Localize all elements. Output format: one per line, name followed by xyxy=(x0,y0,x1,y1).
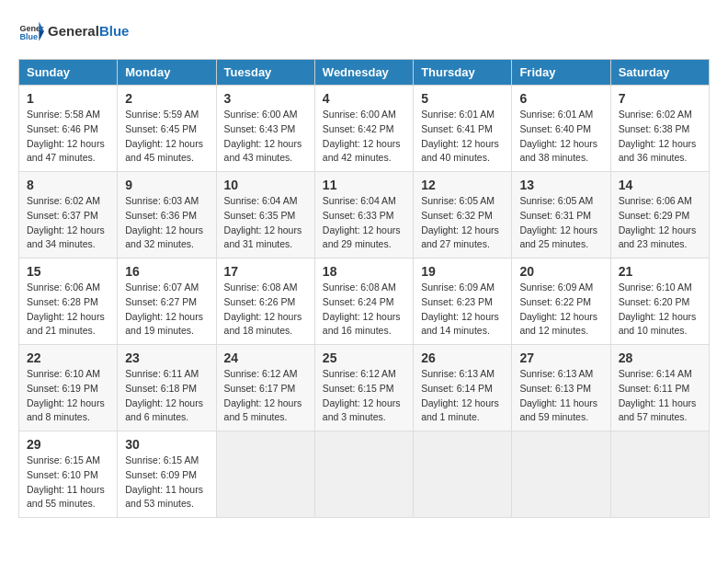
day-number: 5 xyxy=(421,91,504,106)
calendar-cell: 4 Sunrise: 6:00 AM Sunset: 6:42 PM Dayli… xyxy=(314,86,413,172)
day-number: 11 xyxy=(323,178,405,192)
day-number: 9 xyxy=(125,178,208,192)
day-number: 7 xyxy=(619,91,701,106)
col-header-tuesday: Tuesday xyxy=(216,60,314,86)
calendar-header-row: SundayMondayTuesdayWednesdayThursdayFrid… xyxy=(19,60,710,86)
calendar-cell: 6 Sunrise: 6:01 AM Sunset: 6:40 PM Dayli… xyxy=(512,86,610,172)
day-number: 13 xyxy=(519,178,602,192)
day-number: 21 xyxy=(619,264,701,279)
day-info: Sunrise: 6:00 AM Sunset: 6:42 PM Dayligh… xyxy=(323,108,405,166)
day-info: Sunrise: 6:00 AM Sunset: 6:43 PM Dayligh… xyxy=(224,108,307,166)
calendar-table: SundayMondayTuesdayWednesdayThursdayFrid… xyxy=(18,59,710,518)
calendar-cell: 17 Sunrise: 6:08 AM Sunset: 6:26 PM Dayl… xyxy=(216,259,314,345)
day-info: Sunrise: 6:09 AM Sunset: 6:23 PM Dayligh… xyxy=(421,281,504,339)
day-info: Sunrise: 6:15 AM Sunset: 6:09 PM Dayligh… xyxy=(125,454,208,511)
logo: General Blue GeneralBlue xyxy=(18,18,129,44)
day-info: Sunrise: 6:13 AM Sunset: 6:13 PM Dayligh… xyxy=(519,367,602,425)
day-info: Sunrise: 6:04 AM Sunset: 6:33 PM Dayligh… xyxy=(323,194,405,252)
day-number: 20 xyxy=(519,264,602,279)
day-number: 3 xyxy=(224,91,307,106)
calendar-cell: 15 Sunrise: 6:06 AM Sunset: 6:28 PM Dayl… xyxy=(19,259,118,345)
day-info: Sunrise: 6:03 AM Sunset: 6:36 PM Dayligh… xyxy=(125,194,208,252)
col-header-wednesday: Wednesday xyxy=(314,60,413,86)
day-info: Sunrise: 6:01 AM Sunset: 6:41 PM Dayligh… xyxy=(421,108,504,166)
week-row-5: 29 Sunrise: 6:15 AM Sunset: 6:10 PM Dayl… xyxy=(19,431,710,518)
calendar-cell: 21 Sunrise: 6:10 AM Sunset: 6:20 PM Dayl… xyxy=(610,259,709,345)
calendar-cell: 24 Sunrise: 6:12 AM Sunset: 6:17 PM Dayl… xyxy=(216,345,314,431)
calendar-cell: 25 Sunrise: 6:12 AM Sunset: 6:15 PM Dayl… xyxy=(314,345,413,431)
day-info: Sunrise: 6:06 AM Sunset: 6:28 PM Dayligh… xyxy=(27,281,109,339)
calendar-cell: 30 Sunrise: 6:15 AM Sunset: 6:09 PM Dayl… xyxy=(118,431,216,518)
calendar-cell: 12 Sunrise: 6:05 AM Sunset: 6:32 PM Dayl… xyxy=(414,172,512,259)
day-number: 28 xyxy=(619,350,701,365)
week-row-1: 1 Sunrise: 5:58 AM Sunset: 6:46 PM Dayli… xyxy=(19,86,710,172)
day-number: 22 xyxy=(27,350,109,365)
col-header-sunday: Sunday xyxy=(19,60,118,86)
calendar-cell: 29 Sunrise: 6:15 AM Sunset: 6:10 PM Dayl… xyxy=(19,431,118,518)
day-info: Sunrise: 6:02 AM Sunset: 6:37 PM Dayligh… xyxy=(27,194,109,252)
svg-text:Blue: Blue xyxy=(19,32,38,41)
day-number: 17 xyxy=(224,264,307,279)
week-row-4: 22 Sunrise: 6:10 AM Sunset: 6:19 PM Dayl… xyxy=(19,345,710,431)
day-info: Sunrise: 6:12 AM Sunset: 6:17 PM Dayligh… xyxy=(224,367,307,425)
calendar-cell: 13 Sunrise: 6:05 AM Sunset: 6:31 PM Dayl… xyxy=(512,172,610,259)
day-number: 1 xyxy=(27,91,109,106)
day-info: Sunrise: 6:14 AM Sunset: 6:11 PM Dayligh… xyxy=(619,367,701,425)
calendar-cell: 26 Sunrise: 6:13 AM Sunset: 6:14 PM Dayl… xyxy=(414,345,512,431)
day-number: 8 xyxy=(27,178,109,192)
day-number: 29 xyxy=(27,437,109,452)
logo-icon: General Blue xyxy=(18,18,44,44)
day-info: Sunrise: 6:04 AM Sunset: 6:35 PM Dayligh… xyxy=(224,194,307,252)
day-number: 14 xyxy=(619,178,701,192)
day-info: Sunrise: 6:02 AM Sunset: 6:38 PM Dayligh… xyxy=(619,108,701,166)
day-number: 18 xyxy=(323,264,405,279)
calendar-cell: 14 Sunrise: 6:06 AM Sunset: 6:29 PM Dayl… xyxy=(610,172,709,259)
calendar-cell: 5 Sunrise: 6:01 AM Sunset: 6:41 PM Dayli… xyxy=(414,86,512,172)
day-info: Sunrise: 6:05 AM Sunset: 6:32 PM Dayligh… xyxy=(421,194,504,252)
calendar-cell xyxy=(414,431,512,518)
day-info: Sunrise: 6:08 AM Sunset: 6:24 PM Dayligh… xyxy=(323,281,405,339)
day-number: 2 xyxy=(125,91,208,106)
calendar-cell: 27 Sunrise: 6:13 AM Sunset: 6:13 PM Dayl… xyxy=(512,345,610,431)
week-row-2: 8 Sunrise: 6:02 AM Sunset: 6:37 PM Dayli… xyxy=(19,172,710,259)
day-number: 4 xyxy=(323,91,405,106)
calendar-cell: 16 Sunrise: 6:07 AM Sunset: 6:27 PM Dayl… xyxy=(118,259,216,345)
calendar-cell: 7 Sunrise: 6:02 AM Sunset: 6:38 PM Dayli… xyxy=(610,86,709,172)
calendar-cell: 28 Sunrise: 6:14 AM Sunset: 6:11 PM Dayl… xyxy=(610,345,709,431)
page-header: General Blue GeneralBlue xyxy=(18,18,710,44)
calendar-cell: 18 Sunrise: 6:08 AM Sunset: 6:24 PM Dayl… xyxy=(314,259,413,345)
day-info: Sunrise: 6:12 AM Sunset: 6:15 PM Dayligh… xyxy=(323,367,405,425)
day-info: Sunrise: 5:58 AM Sunset: 6:46 PM Dayligh… xyxy=(27,108,109,166)
day-number: 15 xyxy=(27,264,109,279)
calendar-cell: 2 Sunrise: 5:59 AM Sunset: 6:45 PM Dayli… xyxy=(118,86,216,172)
day-info: Sunrise: 6:05 AM Sunset: 6:31 PM Dayligh… xyxy=(519,194,602,252)
day-number: 26 xyxy=(421,350,504,365)
week-row-3: 15 Sunrise: 6:06 AM Sunset: 6:28 PM Dayl… xyxy=(19,259,710,345)
calendar-cell: 8 Sunrise: 6:02 AM Sunset: 6:37 PM Dayli… xyxy=(19,172,118,259)
calendar-cell: 19 Sunrise: 6:09 AM Sunset: 6:23 PM Dayl… xyxy=(414,259,512,345)
col-header-monday: Monday xyxy=(118,60,216,86)
day-info: Sunrise: 6:11 AM Sunset: 6:18 PM Dayligh… xyxy=(125,367,208,425)
day-info: Sunrise: 6:01 AM Sunset: 6:40 PM Dayligh… xyxy=(519,108,602,166)
svg-marker-3 xyxy=(39,30,44,41)
calendar-cell xyxy=(216,431,314,518)
day-number: 30 xyxy=(125,437,208,452)
day-info: Sunrise: 6:10 AM Sunset: 6:19 PM Dayligh… xyxy=(27,367,109,425)
calendar-cell xyxy=(314,431,413,518)
day-info: Sunrise: 6:15 AM Sunset: 6:10 PM Dayligh… xyxy=(27,454,109,511)
calendar-cell: 23 Sunrise: 6:11 AM Sunset: 6:18 PM Dayl… xyxy=(118,345,216,431)
col-header-friday: Friday xyxy=(512,60,610,86)
calendar-cell: 9 Sunrise: 6:03 AM Sunset: 6:36 PM Dayli… xyxy=(118,172,216,259)
day-info: Sunrise: 6:13 AM Sunset: 6:14 PM Dayligh… xyxy=(421,367,504,425)
day-number: 23 xyxy=(125,350,208,365)
day-info: Sunrise: 6:10 AM Sunset: 6:20 PM Dayligh… xyxy=(619,281,701,339)
calendar-cell xyxy=(512,431,610,518)
day-info: Sunrise: 6:07 AM Sunset: 6:27 PM Dayligh… xyxy=(125,281,208,339)
day-number: 24 xyxy=(224,350,307,365)
calendar-cell: 1 Sunrise: 5:58 AM Sunset: 6:46 PM Dayli… xyxy=(19,86,118,172)
day-number: 19 xyxy=(421,264,504,279)
day-number: 12 xyxy=(421,178,504,192)
day-number: 16 xyxy=(125,264,208,279)
calendar-cell: 3 Sunrise: 6:00 AM Sunset: 6:43 PM Dayli… xyxy=(216,86,314,172)
day-info: Sunrise: 6:09 AM Sunset: 6:22 PM Dayligh… xyxy=(519,281,602,339)
